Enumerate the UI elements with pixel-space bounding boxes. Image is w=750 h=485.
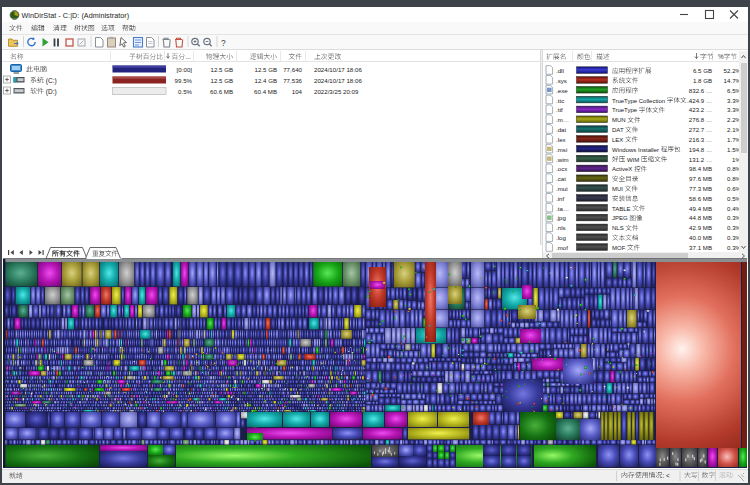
svg-text:?: ?: [221, 38, 226, 48]
svg-text:99.5%: 99.5%: [175, 77, 193, 84]
svg-text:194.8 …: 194.8 …: [689, 146, 712, 153]
svg-text:(C:): (C:): [46, 77, 57, 85]
svg-text:.mof: .mof: [556, 244, 568, 251]
svg-text:TrueType Collection: TrueType Collection: [612, 98, 665, 104]
svg-text:(D:): (D:): [46, 88, 57, 96]
svg-text:77.3 MB: 77.3 MB: [689, 185, 712, 192]
svg-text:LEX: LEX: [612, 137, 623, 143]
svg-text:.ttc: .ttc: [556, 97, 564, 104]
svg-text:12.4 GB: 12.4 GB: [255, 77, 278, 84]
svg-text:60.6 MB: 60.6 MB: [210, 88, 233, 95]
svg-text:216.3 …: 216.3 …: [689, 136, 712, 143]
svg-text:2024/10/17 18:06: 2024/10/17 18:06: [314, 66, 362, 73]
svg-text:131.2 …: 131.2 …: [689, 156, 712, 163]
svg-text:1.8 GB: 1.8 GB: [693, 77, 712, 84]
svg-text:12.5 GB: 12.5 GB: [211, 77, 234, 84]
svg-text:.log: .log: [556, 234, 566, 241]
svg-text:98.4 MB: 98.4 MB: [689, 165, 712, 172]
svg-text:.ttf: .ttf: [556, 106, 563, 113]
svg-text:.mui: .mui: [556, 185, 568, 192]
svg-text:60.4 MB: 60.4 MB: [254, 88, 277, 95]
svg-text:[0:00]: [0:00]: [177, 66, 193, 73]
svg-text:.wim: .wim: [556, 156, 569, 163]
svg-text:...: ...: [186, 53, 192, 60]
svg-text:423.2 …: 423.2 …: [689, 106, 712, 113]
svg-text:40.0 MB: 40.0 MB: [689, 234, 712, 241]
svg-text:.ocx: .ocx: [556, 165, 567, 172]
svg-text:424.9 …: 424.9 …: [689, 97, 712, 104]
svg-text:DAT: DAT: [612, 127, 624, 133]
svg-text:42.9 MB: 42.9 MB: [689, 224, 712, 231]
svg-text:97.6 MB: 97.6 MB: [689, 175, 712, 182]
svg-text:272.7 …: 272.7 …: [689, 126, 712, 133]
svg-text:%: %: [718, 53, 724, 60]
svg-text:44.8 MB: 44.8 MB: [689, 214, 712, 221]
svg-text:JPEG: JPEG: [612, 215, 628, 221]
svg-text:MOF: MOF: [612, 245, 626, 251]
svg-text:.dat: .dat: [556, 126, 566, 133]
svg-text:.exe: .exe: [556, 87, 568, 94]
svg-text:WinDirStat - C:|D: (Administr: WinDirStat - C:|D: (Administrator): [22, 11, 130, 20]
svg-text:.lex: .lex: [556, 136, 566, 143]
svg-text:.msi: .msi: [556, 146, 567, 153]
svg-text:37.1 MB: 37.1 MB: [689, 244, 712, 251]
svg-text:77,536: 77,536: [283, 77, 302, 84]
svg-text:12.5 GB: 12.5 GB: [255, 66, 278, 73]
svg-text:276.8 …: 276.8 …: [689, 116, 712, 123]
svg-text:TrueType: TrueType: [612, 107, 638, 113]
svg-text:.sys: .sys: [556, 77, 567, 84]
svg-text:.nls: .nls: [556, 224, 566, 231]
svg-text:.inf: .inf: [556, 195, 564, 202]
svg-text:Windows Installer: Windows Installer: [612, 147, 659, 153]
svg-text:.m…: .m…: [556, 116, 569, 123]
svg-text:WIM: WIM: [627, 157, 639, 163]
svg-text:49.4 MB: 49.4 MB: [689, 205, 712, 212]
svg-text:NLS: NLS: [612, 225, 624, 231]
svg-text:832.6 …: 832.6 …: [689, 87, 712, 94]
svg-text:ActiveX: ActiveX: [612, 166, 632, 172]
svg-text:77,640: 77,640: [283, 66, 302, 73]
svg-text:58.6 MB: 58.6 MB: [689, 195, 712, 202]
svg-text:.dll: .dll: [556, 67, 564, 74]
svg-text:: <: : <: [662, 472, 670, 479]
svg-text:104: 104: [292, 88, 303, 95]
svg-text:2024/10/17 18:06: 2024/10/17 18:06: [314, 77, 362, 84]
svg-text:TABLE: TABLE: [612, 206, 631, 212]
svg-text:2022/3/25 20:09: 2022/3/25 20:09: [314, 88, 359, 95]
svg-text:MUI: MUI: [612, 186, 623, 192]
svg-text:MUN: MUN: [612, 117, 626, 123]
svg-text:6.5 GB: 6.5 GB: [693, 67, 712, 74]
svg-text:.jpg: .jpg: [556, 214, 566, 221]
svg-text:12.5 GB: 12.5 GB: [211, 66, 234, 73]
svg-text:.ta…: .ta…: [556, 205, 569, 212]
svg-text:.cat: .cat: [556, 175, 566, 182]
svg-text:0.5%: 0.5%: [178, 88, 193, 95]
